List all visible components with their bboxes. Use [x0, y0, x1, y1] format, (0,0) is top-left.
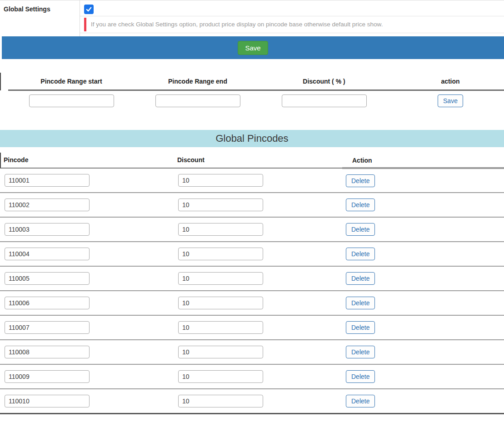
global-settings-label: Global Settings — [0, 0, 80, 36]
delete-button[interactable]: Delete — [346, 223, 375, 236]
table-row: Delete — [0, 291, 504, 315]
global-settings-content: If you are check Global Settings option,… — [80, 0, 504, 36]
delete-button[interactable]: Delete — [346, 174, 375, 187]
pincode-range-form: Pincode Range start Pincode Range end Di… — [0, 73, 504, 114]
range-form-input-row: Save — [8, 90, 504, 114]
pincode-input[interactable] — [5, 199, 90, 211]
pincode-input[interactable] — [5, 370, 90, 383]
discount-input[interactable] — [178, 272, 263, 285]
global-pincodes-title: Global Pincodes — [0, 130, 504, 147]
range-start-header: Pincode Range start — [8, 73, 135, 90]
global-settings-checkbox[interactable] — [84, 5, 94, 14]
checkmark-icon — [86, 6, 92, 12]
global-settings-section: Global Settings If you are check Global … — [0, 0, 504, 36]
pincode-table-left-border — [0, 153, 1, 168]
discount-input[interactable] — [178, 370, 263, 383]
pincode-range-start-input[interactable] — [29, 94, 114, 107]
pincode-table-header-row: Pincode Discount Action — [0, 147, 504, 168]
pincode-column-header: Pincode — [0, 147, 174, 168]
table-row: Delete — [0, 193, 504, 217]
pincode-table-body: Delete Delete Delete Delete Delete Delet… — [0, 168, 504, 413]
discount-header: Discount ( % ) — [261, 73, 387, 90]
page: Global Settings If you are check Global … — [0, 0, 504, 422]
save-toolbar: Save — [2, 36, 504, 59]
action-header: action — [387, 73, 504, 90]
table-row: Delete — [0, 168, 504, 193]
delete-button[interactable]: Delete — [346, 272, 375, 285]
range-discount-input[interactable] — [282, 94, 367, 107]
form-table-left-border — [0, 73, 1, 90]
discount-input[interactable] — [178, 321, 263, 334]
range-form-header-row: Pincode Range start Pincode Range end Di… — [8, 73, 504, 90]
pincode-input[interactable] — [5, 346, 90, 358]
pincode-input[interactable] — [5, 248, 90, 260]
delete-button[interactable]: Delete — [346, 370, 375, 383]
pincode-input[interactable] — [5, 297, 90, 309]
global-settings-checkbox-row — [80, 0, 504, 16]
table-row: Delete — [0, 340, 504, 364]
discount-input[interactable] — [178, 395, 263, 407]
discount-column-header: Discount — [174, 147, 342, 168]
discount-input[interactable] — [178, 346, 263, 358]
pincode-input[interactable] — [5, 321, 90, 334]
discount-input[interactable] — [178, 174, 263, 187]
global-settings-note: If you are check Global Settings option,… — [84, 18, 504, 31]
pincode-input[interactable] — [5, 272, 90, 285]
delete-button[interactable]: Delete — [346, 199, 375, 211]
pincode-input[interactable] — [5, 174, 90, 187]
table-row: Delete — [0, 242, 504, 266]
global-pincodes-section: Global Pincodes Pincode Discount Action … — [0, 130, 504, 414]
table-row: Delete — [0, 364, 504, 389]
delete-button[interactable]: Delete — [346, 297, 375, 309]
delete-button[interactable]: Delete — [346, 395, 375, 407]
global-settings-note-row: If you are check Global Settings option,… — [80, 16, 504, 33]
delete-button[interactable]: Delete — [346, 346, 375, 358]
delete-button[interactable]: Delete — [346, 248, 375, 260]
save-button[interactable]: Save — [238, 41, 268, 55]
delete-button[interactable]: Delete — [346, 321, 375, 334]
pincode-input[interactable] — [5, 395, 90, 407]
action-column-header: Action — [342, 147, 504, 168]
table-row: Delete — [0, 315, 504, 340]
table-row: Delete — [0, 266, 504, 291]
discount-input[interactable] — [178, 248, 263, 260]
pincode-input[interactable] — [5, 223, 90, 236]
range-end-header: Pincode Range end — [135, 73, 261, 90]
table-row: Delete — [0, 389, 504, 413]
range-save-button[interactable]: Save — [438, 94, 463, 107]
pincode-range-end-input[interactable] — [155, 94, 240, 107]
discount-input[interactable] — [178, 223, 263, 236]
discount-input[interactable] — [178, 199, 263, 211]
discount-input[interactable] — [178, 297, 263, 309]
table-row: Delete — [0, 217, 504, 242]
